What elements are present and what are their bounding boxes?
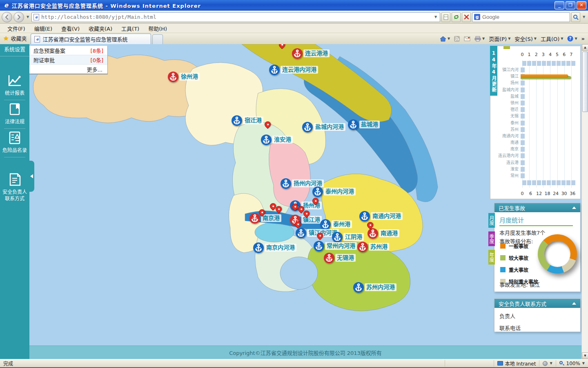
compatibility-view-button[interactable] — [441, 12, 450, 22]
anchor-icon — [253, 242, 264, 253]
zero-bar — [521, 88, 525, 92]
minimize-button[interactable]: _ — [555, 1, 564, 9]
collapse-icon[interactable] — [572, 302, 576, 305]
tab-年度[interactable]: 年度 — [488, 250, 495, 265]
port-label: 连云港内河港 — [281, 66, 318, 74]
refresh-button[interactable] — [452, 12, 461, 22]
history-dropdown-icon[interactable]: ▼ — [25, 13, 30, 22]
sidebar-item-system-settings[interactable]: 系统设置 — [0, 44, 29, 56]
chart-legend-swatch — [503, 46, 510, 49]
quick-panel-row-1[interactable]: 附证审批[0条] — [29, 55, 107, 65]
restore-button[interactable]: ❐ — [566, 1, 575, 9]
help-button[interactable]: ? ▼ — [567, 36, 577, 42]
close-button[interactable]: ✕ — [577, 1, 586, 9]
tools-menu-button[interactable]: 工具(O) ▼ — [541, 35, 564, 43]
search-go-button[interactable] — [571, 12, 580, 22]
legend-swatch — [500, 243, 506, 249]
home-button[interactable]: ▼ — [440, 36, 450, 42]
contact-row-0: 负责人 — [499, 312, 580, 320]
scroll-down-icon[interactable]: ▼ — [582, 352, 588, 359]
print-button[interactable]: ▼ — [474, 36, 485, 42]
tab-active[interactable]: e 江苏省港口安全监管与应急管理系统 — [31, 34, 151, 44]
menu-item-1[interactable]: 编辑(E) — [30, 24, 56, 33]
chart-top-axis: 01234567 — [522, 52, 578, 58]
search-box[interactable]: g — [472, 12, 570, 22]
search-input[interactable] — [482, 14, 568, 20]
port-incident-bar-chart: 01234567镇江内河镇江扬州盐城内河盐城徐州宿迁无锡泰州苏州南通内河南通南京… — [498, 52, 579, 197]
contacts-panel-header[interactable]: 安全负责人联系方式 — [494, 299, 580, 308]
title-bar: e 江苏省港口安全监管与应急管理系统 - Windows Internet Ex… — [0, 0, 588, 11]
title-underline — [499, 225, 573, 226]
chart-category-label: 无锡 — [498, 113, 521, 119]
status-text: 完成 — [0, 360, 445, 367]
zoom-control[interactable]: 100% ▼ — [556, 360, 588, 367]
port-label: 盐城港 — [359, 121, 380, 128]
menu-item-3[interactable]: 收藏夹(A) — [85, 24, 116, 33]
address-bar[interactable]: e ▼ — [31, 12, 440, 22]
sidebar-item-1[interactable]: 法律法规 — [0, 101, 29, 125]
hazard-list-icon — [7, 130, 22, 146]
page-scrollbar[interactable]: ▲ ▼ — [581, 44, 588, 359]
feed-button[interactable] — [454, 36, 460, 42]
back-button[interactable] — [2, 12, 12, 22]
address-dropdown-icon[interactable]: ▼ — [433, 13, 438, 22]
menu-item-0[interactable]: 文件(F) — [3, 24, 29, 33]
anchor-icon — [357, 242, 368, 252]
menu-item-4[interactable]: 工具(T) — [117, 24, 143, 33]
zero-bar — [521, 160, 525, 165]
anchor-icon — [348, 119, 359, 130]
quick-panel-count: [0条] — [91, 56, 103, 64]
tab-月度[interactable]: 月度 — [488, 213, 495, 228]
chart-row: 南京 — [498, 146, 579, 153]
forward-button[interactable] — [13, 12, 24, 22]
anchor-icon — [168, 72, 178, 82]
incidents-panel: 已发生事故 月度季度年度 月度统计 本月度发生事故7个 事故等级分布: 一般事故… — [494, 203, 581, 292]
chart-category-label: 淮安 — [498, 166, 521, 173]
axis-tick-label: 30 — [561, 191, 567, 196]
zero-bar — [521, 147, 525, 152]
legend-item-0: 一般事故 — [500, 242, 538, 249]
chart-row: 常州 — [498, 173, 579, 179]
quick-panel-count: [8条] — [91, 47, 103, 54]
axis-tick-label: 6 — [529, 191, 532, 196]
scroll-up-icon[interactable]: ▲ — [582, 44, 588, 51]
book-icon — [7, 101, 22, 117]
sidebar-item-3[interactable]: 安全负责人 联系方式 — [0, 172, 29, 202]
quick-panel-row-0[interactable]: 应急预案备案[8条] — [29, 46, 107, 55]
overflow-chevron-icon[interactable]: » — [581, 35, 585, 42]
incidents-panel-header[interactable]: 已发生事故 — [494, 203, 580, 212]
port-label: 南京港 — [261, 214, 281, 222]
chart-row: 无锡 — [498, 113, 579, 119]
scrollbar-thumb[interactable] — [582, 52, 588, 112]
tab-季度[interactable]: 季度 — [488, 231, 495, 246]
collapse-icon[interactable] — [572, 206, 576, 209]
menu-item-2[interactable]: 查看(V) — [57, 24, 84, 33]
sidebar-collapse-handle[interactable] — [29, 161, 34, 192]
sidebar-item-0[interactable]: 统计报表 — [0, 73, 29, 96]
protected-mode-button[interactable]: ▼ — [539, 360, 556, 367]
new-tab-button[interactable] — [152, 34, 163, 44]
stop-button[interactable] — [462, 12, 471, 22]
tab-title: 江苏省港口安全监管与应急管理系统 — [42, 35, 127, 43]
sidebar-item-2[interactable]: 危险品名录 — [0, 130, 29, 154]
safety-menu-button[interactable]: 安全(S) ▼ — [514, 35, 537, 43]
anchor-icon — [232, 115, 242, 126]
port-label: 常州内河港 — [325, 242, 357, 250]
more-link[interactable]: 更多... — [29, 65, 107, 74]
chart-row-plot — [521, 120, 579, 126]
favorites-button[interactable]: ★ 收藏夹 — [0, 33, 31, 44]
zero-bar — [521, 94, 525, 99]
legend-label: 一般事故 — [509, 242, 528, 249]
anchor-icon — [312, 186, 323, 197]
search-dropdown-icon[interactable]: ▼ — [581, 13, 586, 22]
mail-button[interactable] — [464, 36, 470, 41]
url-input[interactable] — [41, 14, 431, 20]
zero-bar — [521, 153, 525, 158]
zero-bar — [521, 140, 525, 145]
menu-item-5[interactable]: 帮助(H) — [144, 24, 171, 33]
legend-item-2: 重大事故 — [500, 266, 538, 273]
chart-row: 扬州 — [498, 80, 579, 86]
page-menu-button[interactable]: 页面(P) ▼ — [489, 35, 510, 43]
chart-row-plot — [521, 113, 579, 119]
chart-category-label: 连云港内河 — [498, 153, 521, 159]
